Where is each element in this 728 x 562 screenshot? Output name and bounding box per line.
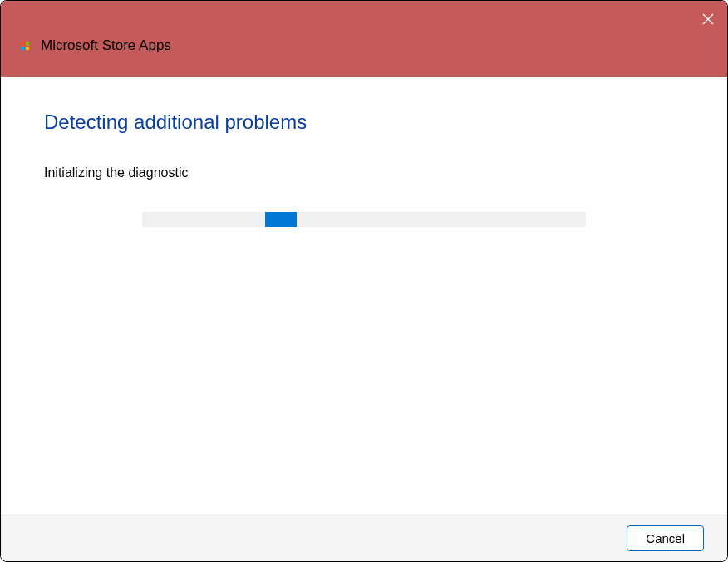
cancel-button[interactable]: Cancel xyxy=(627,525,704,551)
page-heading: Detecting additional problems xyxy=(44,111,684,134)
app-title: Microsoft Store Apps xyxy=(41,37,171,54)
titlebar-title-row: Microsoft Store Apps xyxy=(1,37,727,66)
content-area: Detecting additional problems Initializi… xyxy=(1,77,727,515)
close-button[interactable] xyxy=(689,1,727,37)
progress-indicator xyxy=(265,212,297,227)
titlebar-controls xyxy=(1,1,727,37)
close-icon xyxy=(702,13,714,25)
status-text: Initializing the diagnostic xyxy=(44,165,684,180)
store-icon xyxy=(17,38,32,53)
titlebar: Microsoft Store Apps xyxy=(1,1,727,77)
progress-bar xyxy=(142,212,586,227)
progress-container xyxy=(44,212,684,227)
troubleshooter-window: Microsoft Store Apps Detecting additiona… xyxy=(0,0,728,562)
footer: Cancel xyxy=(1,515,727,561)
